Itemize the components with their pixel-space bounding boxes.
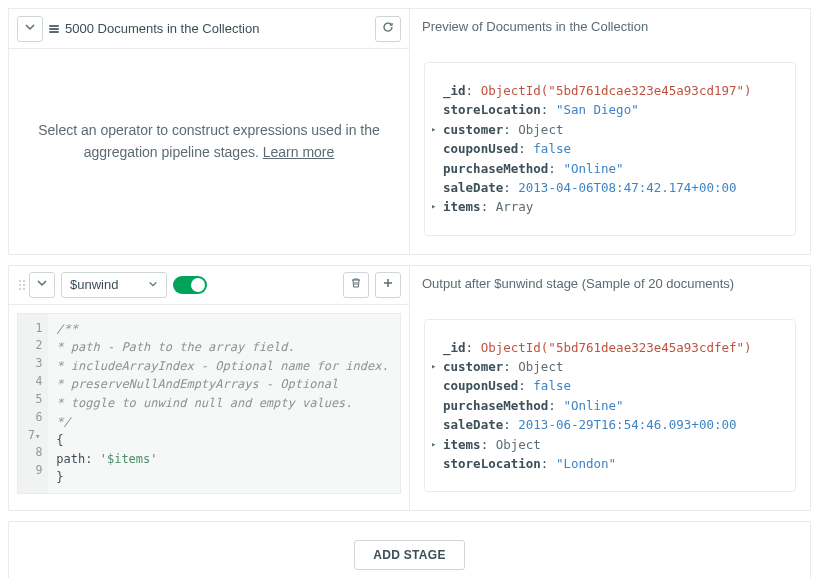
code-body[interactable]: /** * path - Path to the array field. * … <box>48 314 400 493</box>
drag-handle-icon[interactable] <box>17 280 23 290</box>
add-stage-row: ADD STAGE <box>8 521 811 578</box>
doc-field-expandable[interactable]: items: Array <box>443 197 781 216</box>
source-preview-pane: Preview of Documents in the Collection _… <box>409 8 811 255</box>
doc-field-expandable[interactable]: items: Object <box>443 435 781 454</box>
doc-field-expandable[interactable]: customer: Object <box>443 120 781 139</box>
doc-field: purchaseMethod: "Online" <box>443 396 781 415</box>
source-header: 5000 Documents in the Collection <box>9 9 409 49</box>
learn-more-link[interactable]: Learn more <box>263 144 335 160</box>
stage-collapse-button[interactable] <box>29 272 55 298</box>
aggregation-builder: 5000 Documents in the Collection Select … <box>0 0 819 578</box>
source-row: 5000 Documents in the Collection Select … <box>8 8 811 265</box>
empty-line-1: Select an operator to construct expressi… <box>38 122 380 138</box>
database-icon <box>49 25 59 33</box>
doc-field-expandable[interactable]: customer: Object <box>443 357 781 376</box>
delete-stage-button[interactable] <box>343 272 369 298</box>
line-gutter: 1234567▾89 <box>18 314 48 493</box>
preview-title: Preview of Documents in the Collection <box>410 9 810 44</box>
plus-icon <box>382 277 394 292</box>
chevron-down-icon <box>148 277 158 292</box>
doc-field: saleDate: 2013-04-06T08:47:42.174+00:00 <box>443 178 781 197</box>
stage-header: $unwind <box>9 266 409 305</box>
doc-field: saleDate: 2013-06-29T16:54:46.093+00:00 <box>443 415 781 434</box>
refresh-icon <box>382 21 394 36</box>
doc-field: purchaseMethod: "Online" <box>443 159 781 178</box>
empty-state-message: Select an operator to construct expressi… <box>29 89 389 194</box>
stage-left-pane: $unwind 1234567▾89 /** * <box>8 265 409 512</box>
source-body: Select an operator to construct expressi… <box>9 49 409 234</box>
document-card: _id: ObjectId("5bd761deae323e45a93cdfef"… <box>424 319 796 493</box>
trash-icon <box>350 277 362 292</box>
doc-field: couponUsed: false <box>443 139 781 158</box>
operator-value: $unwind <box>70 277 118 292</box>
output-title: Output after $unwind stage (Sample of 20… <box>410 266 810 301</box>
add-stage-button[interactable]: ADD STAGE <box>354 540 464 570</box>
operator-select[interactable]: $unwind <box>61 272 167 298</box>
doc-count-label: 5000 Documents in the Collection <box>65 21 259 36</box>
empty-line-2: aggregation pipeline stages. <box>84 144 259 160</box>
stage-code-editor[interactable]: 1234567▾89 /** * path - Path to the arra… <box>17 313 401 494</box>
source-left-pane: 5000 Documents in the Collection Select … <box>8 8 409 255</box>
doc-field: storeLocation: "San Diego" <box>443 100 781 119</box>
doc-field: _id: ObjectId("5bd761deae323e45a93cdfef"… <box>443 338 781 357</box>
chevron-down-icon <box>24 21 36 36</box>
doc-field: _id: ObjectId("5bd761dcae323e45a93cd197"… <box>443 81 781 100</box>
doc-field: couponUsed: false <box>443 376 781 395</box>
collapse-button[interactable] <box>17 16 43 42</box>
doc-field: storeLocation: "London" <box>443 454 781 473</box>
stage-row: $unwind 1234567▾89 /** * <box>8 265 811 522</box>
stage-output-pane: Output after $unwind stage (Sample of 20… <box>409 265 811 512</box>
refresh-button[interactable] <box>375 16 401 42</box>
document-card: _id: ObjectId("5bd761dcae323e45a93cd197"… <box>424 62 796 236</box>
chevron-down-icon <box>36 277 48 292</box>
stage-enabled-toggle[interactable] <box>173 276 207 294</box>
add-stage-after-button[interactable] <box>375 272 401 298</box>
doc-count: 5000 Documents in the Collection <box>49 21 259 36</box>
